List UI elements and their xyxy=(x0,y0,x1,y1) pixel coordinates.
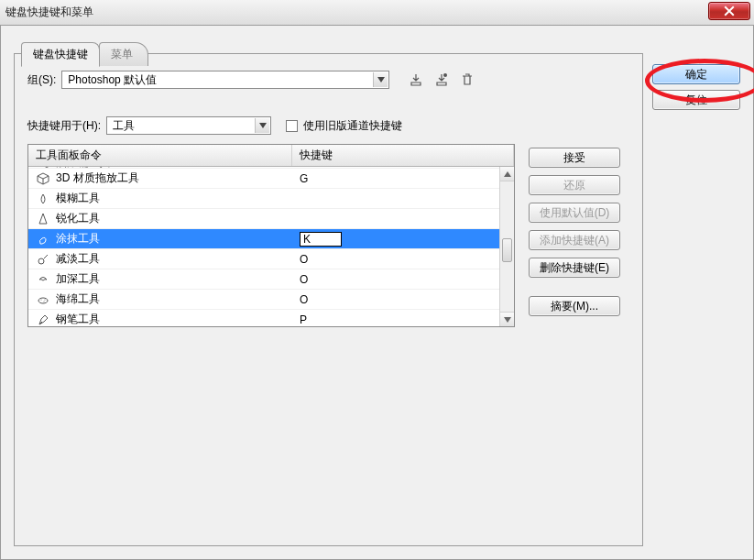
table-row[interactable]: 钢笔工具P xyxy=(28,310,499,326)
scrollbar[interactable] xyxy=(499,167,514,326)
header-shortcut: 快捷键 xyxy=(292,145,514,166)
shortcuts-table: 工具面板命令 快捷键 油漆桶工具G3D 材质拖放工具G模糊工具锐化工具涂抹工具减… xyxy=(27,144,515,327)
tool-name: 加深工具 xyxy=(56,271,100,287)
ok-button[interactable]: 确定 xyxy=(652,64,740,84)
svg-point-0 xyxy=(443,73,447,77)
table-row[interactable]: 减淡工具O xyxy=(28,249,499,269)
tool-name: 3D 材质拖放工具 xyxy=(56,170,139,186)
svg-point-2 xyxy=(38,298,48,303)
table-row[interactable]: 模糊工具 xyxy=(28,189,499,209)
tool-name: 钢笔工具 xyxy=(56,312,100,326)
legacy-channel-checkbox[interactable] xyxy=(286,120,298,132)
svg-point-1 xyxy=(38,258,44,264)
tool-name: 锐化工具 xyxy=(56,211,100,226)
tab-menus[interactable]: 菜单 xyxy=(99,42,148,66)
close-icon xyxy=(724,5,735,16)
save-set-button[interactable] xyxy=(406,71,426,89)
tool-name: 减淡工具 xyxy=(56,251,100,267)
trash-icon xyxy=(461,72,474,87)
save-icon xyxy=(409,72,423,87)
undo-button[interactable]: 还原 xyxy=(529,175,620,195)
titlebar: 键盘快捷键和菜单 xyxy=(0,0,754,26)
main-pane: 组(S): Photoshop 默认值 快捷键用于(H): xyxy=(14,53,643,546)
accept-button[interactable]: 接受 xyxy=(529,148,620,168)
tool-name: 海绵工具 xyxy=(56,291,100,307)
svg-point-3 xyxy=(41,299,42,300)
delete-shortcut-button[interactable]: 删除快捷键(E) xyxy=(529,258,620,278)
drop-icon xyxy=(36,192,50,206)
save-as-icon xyxy=(434,72,449,87)
shortcuts-for-label: 快捷键用于(H): xyxy=(27,118,101,134)
shortcut-value: G xyxy=(300,172,308,185)
shortcut-value: P xyxy=(300,313,307,326)
set-row: 组(S): Photoshop 默认值 xyxy=(27,71,629,89)
shortcut-value: O xyxy=(300,253,308,266)
window-title: 键盘快捷键和菜单 xyxy=(5,5,93,20)
scrollbar-thumb[interactable] xyxy=(502,238,512,262)
pen-icon xyxy=(36,313,50,327)
sponge-icon xyxy=(36,292,50,307)
table-row[interactable]: 海绵工具O xyxy=(28,290,499,310)
shortcuts-for-row: 快捷键用于(H): 工具 使用旧版通道快捷键 xyxy=(27,116,629,135)
legacy-channel-label: 使用旧版通道快捷键 xyxy=(303,118,402,134)
table-row[interactable]: 加深工具O xyxy=(28,269,499,290)
dialog-right-buttons: 确定 复位 xyxy=(652,64,740,110)
shortcut-value: O xyxy=(300,273,308,286)
shortcut-value: O xyxy=(300,293,308,306)
save-as-set-button[interactable] xyxy=(432,71,452,89)
reset-button[interactable]: 复位 xyxy=(652,90,740,110)
set-label: 组(S): xyxy=(27,72,56,88)
set-dropdown[interactable]: Photoshop 默认值 xyxy=(61,71,389,89)
tool-name: 涂抹工具 xyxy=(56,231,100,247)
header-command: 工具面板命令 xyxy=(28,145,292,166)
use-default-button[interactable]: 使用默认值(D) xyxy=(529,203,620,223)
table-row[interactable]: 锐化工具 xyxy=(28,209,499,229)
tab-keyboard-shortcuts[interactable]: 键盘快捷键 xyxy=(21,42,100,67)
tabs: 键盘快捷键 菜单 xyxy=(21,40,148,66)
summary-button[interactable]: 摘要(M)... xyxy=(529,296,620,316)
svg-point-5 xyxy=(45,299,46,300)
table-side-buttons: 接受 还原 使用默认值(D) 添加快捷键(A) 删除快捷键(E) 摘要(M)..… xyxy=(529,148,620,316)
shortcuts-for-value: 工具 xyxy=(113,118,135,134)
burn-icon xyxy=(36,272,50,287)
chevron-down-icon xyxy=(373,72,388,87)
sharpen-icon xyxy=(36,212,50,226)
delete-set-button[interactable] xyxy=(457,71,477,89)
cube-icon xyxy=(36,171,50,186)
table-body: 油漆桶工具G3D 材质拖放工具G模糊工具锐化工具涂抹工具减淡工具O加深工具O海绵… xyxy=(28,167,514,326)
table-header: 工具面板命令 快捷键 xyxy=(28,145,514,167)
shortcut-edit-input[interactable] xyxy=(300,232,342,247)
dialog-body: 确定 复位 键盘快捷键 菜单 组(S): Photoshop 默认值 xyxy=(0,26,754,560)
shortcuts-for-dropdown[interactable]: 工具 xyxy=(106,116,271,135)
table-row[interactable]: 3D 材质拖放工具G xyxy=(28,169,499,189)
svg-point-4 xyxy=(44,301,45,302)
scroll-up-button[interactable] xyxy=(500,167,514,181)
close-button[interactable] xyxy=(708,2,750,20)
tool-name: 模糊工具 xyxy=(56,191,100,206)
smudge-icon xyxy=(36,232,50,247)
table-row[interactable]: 涂抹工具 xyxy=(28,229,499,249)
dodge-icon xyxy=(36,252,50,267)
add-shortcut-button[interactable]: 添加快捷键(A) xyxy=(529,230,620,250)
chevron-down-icon xyxy=(255,118,269,133)
set-dropdown-value: Photoshop 默认值 xyxy=(68,72,157,88)
scroll-down-button[interactable] xyxy=(500,312,514,326)
